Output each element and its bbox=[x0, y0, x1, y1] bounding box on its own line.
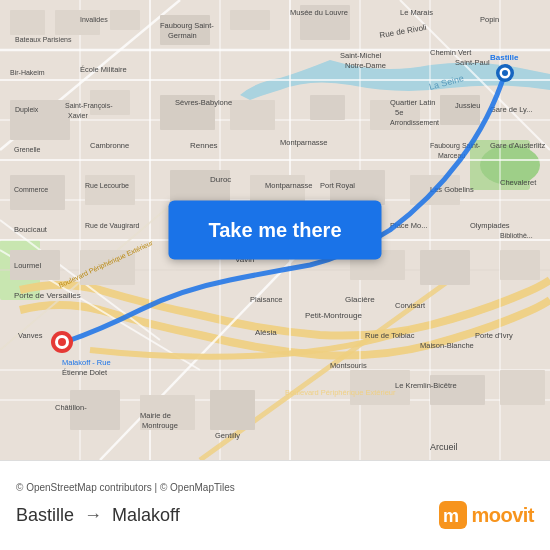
svg-text:Bastille: Bastille bbox=[490, 53, 519, 62]
map-attribution: © OpenStreetMap contributors | © OpenMap… bbox=[16, 482, 534, 493]
svg-point-131 bbox=[502, 70, 508, 76]
moovit-text: moovit bbox=[471, 504, 534, 527]
svg-text:Xavier: Xavier bbox=[68, 112, 89, 119]
svg-text:Gare de Ly...: Gare de Ly... bbox=[490, 105, 533, 114]
svg-text:Montrouge: Montrouge bbox=[142, 421, 178, 430]
svg-text:Invalides: Invalides bbox=[80, 16, 108, 23]
svg-text:Boucicaut: Boucicaut bbox=[14, 225, 48, 234]
svg-text:Germain: Germain bbox=[168, 31, 197, 40]
svg-text:Lourmel: Lourmel bbox=[14, 261, 41, 270]
svg-text:Grenelle: Grenelle bbox=[14, 146, 41, 153]
svg-text:Commerce: Commerce bbox=[14, 186, 48, 193]
svg-text:Rue Lecourbe: Rue Lecourbe bbox=[85, 182, 129, 189]
route-arrow-icon: → bbox=[84, 505, 102, 526]
svg-rect-49 bbox=[420, 250, 470, 285]
svg-text:Popin: Popin bbox=[480, 15, 499, 24]
svg-text:Petit-Montrouge: Petit-Montrouge bbox=[305, 311, 362, 320]
bottom-bar: © OpenStreetMap contributors | © OpenMap… bbox=[0, 460, 550, 550]
svg-text:Montparnasse: Montparnasse bbox=[280, 138, 328, 147]
svg-text:Olympiades: Olympiades bbox=[470, 221, 510, 230]
svg-rect-31 bbox=[230, 10, 270, 30]
svg-text:Saint-Paul: Saint-Paul bbox=[455, 58, 490, 67]
svg-text:Porte d'Ivry: Porte d'Ivry bbox=[475, 331, 513, 340]
svg-text:Quartier Latin: Quartier Latin bbox=[390, 98, 435, 107]
svg-text:Chevaleret: Chevaleret bbox=[500, 178, 537, 187]
svg-text:Vanves: Vanves bbox=[18, 331, 43, 340]
svg-text:Arcueil: Arcueil bbox=[430, 442, 458, 452]
svg-text:Malakoff - Rue: Malakoff - Rue bbox=[62, 358, 111, 367]
svg-text:Dupleix: Dupleix bbox=[15, 106, 39, 114]
svg-text:Glacière: Glacière bbox=[345, 295, 375, 304]
svg-text:Corvisart: Corvisart bbox=[395, 301, 426, 310]
moovit-logo: m moovit bbox=[439, 501, 534, 529]
svg-text:Rue de Vaugirard: Rue de Vaugirard bbox=[85, 222, 139, 230]
svg-rect-27 bbox=[10, 10, 45, 35]
svg-text:Saint-Michel: Saint-Michel bbox=[340, 51, 382, 60]
svg-text:Montsouris: Montsouris bbox=[330, 361, 367, 370]
svg-rect-50 bbox=[500, 250, 540, 280]
svg-text:Jussieu: Jussieu bbox=[455, 101, 480, 110]
svg-text:Cambronne: Cambronne bbox=[90, 141, 129, 150]
svg-rect-30 bbox=[160, 15, 210, 45]
map-container: Bateaux Parisiens Invalides Faubourg Sai… bbox=[0, 0, 550, 460]
svg-text:Duroc: Duroc bbox=[210, 175, 231, 184]
svg-text:Maison-Blanche: Maison-Blanche bbox=[420, 341, 474, 350]
svg-text:Notre-Dame: Notre-Dame bbox=[345, 61, 386, 70]
svg-rect-56 bbox=[210, 390, 255, 430]
svg-text:5e: 5e bbox=[395, 108, 403, 117]
svg-text:Le Kremlin-Bicêtre: Le Kremlin-Bicêtre bbox=[395, 381, 457, 390]
svg-text:Sèvres-Babylone: Sèvres-Babylone bbox=[175, 98, 232, 107]
svg-text:Châtillon-: Châtillon- bbox=[55, 403, 87, 412]
svg-text:Mairie de: Mairie de bbox=[140, 411, 171, 420]
svg-text:Rue de Tolbiac: Rue de Tolbiac bbox=[365, 331, 415, 340]
svg-rect-52 bbox=[430, 375, 485, 405]
svg-text:Porte de Versailles: Porte de Versailles bbox=[14, 291, 81, 300]
svg-text:Gare d'Austerlitz: Gare d'Austerlitz bbox=[490, 141, 545, 150]
svg-text:Arrondissement: Arrondissement bbox=[390, 119, 439, 126]
svg-text:Gentilly: Gentilly bbox=[215, 431, 240, 440]
svg-rect-29 bbox=[110, 10, 140, 30]
svg-rect-39 bbox=[440, 95, 480, 125]
svg-text:Montparnasse: Montparnasse bbox=[265, 181, 313, 190]
svg-text:Plaisance: Plaisance bbox=[250, 295, 283, 304]
svg-text:Bibliothè...: Bibliothè... bbox=[500, 232, 533, 239]
svg-rect-41 bbox=[85, 175, 135, 205]
moovit-icon: m bbox=[439, 501, 467, 529]
svg-text:Alésia: Alésia bbox=[255, 328, 277, 337]
svg-rect-53 bbox=[500, 370, 545, 405]
svg-rect-37 bbox=[310, 95, 345, 120]
svg-text:Rennes: Rennes bbox=[190, 141, 218, 150]
take-me-there-button[interactable]: Take me there bbox=[168, 201, 381, 260]
svg-text:Boulevard Périphérique Extérie: Boulevard Périphérique Extérieur bbox=[285, 388, 396, 397]
svg-text:Faubourg Saint-: Faubourg Saint- bbox=[160, 21, 214, 30]
svg-text:École Militaire: École Militaire bbox=[80, 65, 127, 74]
svg-point-128 bbox=[58, 338, 66, 346]
svg-text:Le Marais: Le Marais bbox=[400, 8, 433, 17]
svg-rect-36 bbox=[230, 100, 275, 130]
origin-label: Bastille bbox=[16, 505, 74, 526]
svg-text:Chemin Vert: Chemin Vert bbox=[430, 48, 472, 57]
svg-text:Saint-François-: Saint-François- bbox=[65, 102, 113, 110]
svg-text:Étienne Dolet: Étienne Dolet bbox=[62, 368, 108, 377]
svg-text:Musée du Louvre: Musée du Louvre bbox=[290, 8, 348, 17]
svg-text:m: m bbox=[443, 506, 459, 526]
svg-text:Port Royal: Port Royal bbox=[320, 181, 355, 190]
route-info: Bastille → Malakoff m moovit bbox=[16, 501, 534, 529]
destination-label: Malakoff bbox=[112, 505, 180, 526]
svg-text:Bateaux Parisiens: Bateaux Parisiens bbox=[15, 36, 72, 43]
svg-text:Bir-Hakeim: Bir-Hakeim bbox=[10, 69, 45, 76]
